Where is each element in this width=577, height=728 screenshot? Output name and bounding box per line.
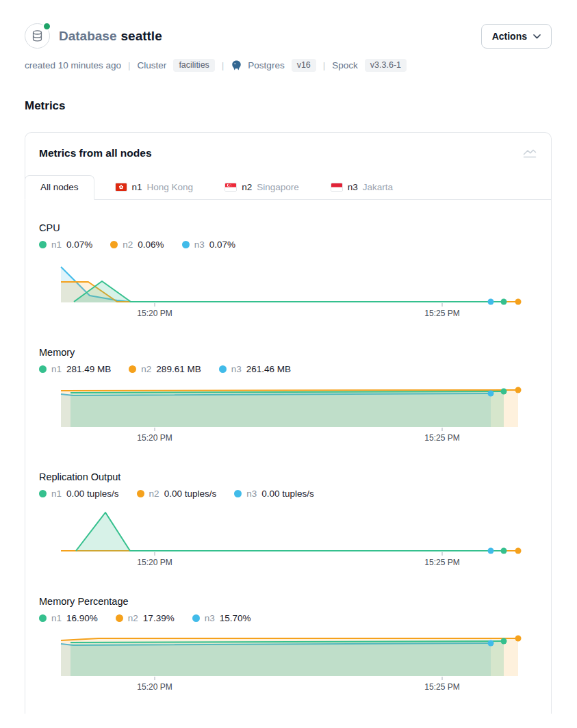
metrics-heading: Metrics bbox=[25, 99, 552, 113]
database-meta-row: created 10 minutes ago | Cluster facilit… bbox=[25, 59, 552, 72]
legend-dot-icon bbox=[182, 241, 190, 248]
legend-value: 0.06% bbox=[138, 239, 164, 250]
tab-label: All nodes bbox=[40, 182, 79, 192]
legend-item-n2: n2289.61 MB bbox=[129, 364, 201, 374]
legend-dot-icon bbox=[192, 614, 200, 622]
metrics-card-title: Metrics from all nodes bbox=[39, 147, 152, 159]
legend-item-n1: n1281.49 MB bbox=[39, 364, 111, 374]
status-dot bbox=[42, 22, 51, 31]
metrics-card-header: Metrics from all nodes bbox=[25, 133, 551, 171]
legend-value: 0.00 tuples/s bbox=[164, 489, 217, 499]
indonesia-flag-icon bbox=[331, 183, 343, 192]
x-axis-tick-label: 15:25 PM bbox=[424, 433, 459, 443]
x-axis-tick-label: 15:25 PM bbox=[424, 558, 459, 567]
legend-value: 15.70% bbox=[220, 613, 251, 623]
cluster-badge: facilities bbox=[173, 59, 214, 72]
x-axis-tick-label: 15:20 PM bbox=[137, 309, 172, 318]
chart-plot-cpu[interactable]: 15:20 PM15:25 PM bbox=[39, 261, 537, 324]
chart-plot-memory[interactable]: 15:20 PM15:25 PM bbox=[39, 386, 537, 449]
tab-node-location: Jakarta bbox=[363, 182, 393, 192]
legend-dot-icon bbox=[39, 241, 47, 248]
legend-dot-icon bbox=[137, 490, 144, 497]
x-axis-tick-label: 15:20 PM bbox=[137, 558, 172, 567]
legend-node-label: n2 bbox=[128, 613, 138, 623]
page-title: Databaseseattle bbox=[59, 29, 162, 44]
hong-kong-flag-icon bbox=[115, 183, 127, 192]
database-name: seattle bbox=[121, 29, 162, 43]
charts-container: CPUn10.07%n20.06%n30.07%15:20 PM15:25 PM… bbox=[25, 222, 551, 698]
singapore-flag-icon bbox=[225, 183, 237, 192]
legend-value: 0.00 tuples/s bbox=[66, 489, 119, 499]
legend-node-label: n3 bbox=[246, 489, 257, 499]
legend-value: 16.90% bbox=[66, 613, 98, 623]
legend-node-label: n1 bbox=[51, 239, 62, 250]
entity-type-label: Database bbox=[59, 29, 117, 43]
chevron-down-icon bbox=[533, 34, 541, 39]
legend-node-label: n3 bbox=[231, 364, 242, 374]
meta-separator: | bbox=[128, 60, 131, 70]
legend-node-label: n1 bbox=[51, 489, 62, 499]
legend-item-n2: n217.39% bbox=[116, 613, 175, 623]
legend-item-n3: n3261.46 MB bbox=[219, 364, 291, 374]
legend-value: 289.61 MB bbox=[156, 364, 201, 374]
metrics-card: Metrics from all nodes All nodesn1Hong K… bbox=[25, 132, 552, 714]
legend-node-label: n2 bbox=[123, 239, 133, 250]
legend-item-n3: n30.00 tuples/s bbox=[234, 489, 314, 499]
tab-n1[interactable]: n1Hong Kong bbox=[104, 176, 205, 199]
legend-item-n1: n10.00 tuples/s bbox=[39, 489, 119, 499]
spock-label: Spock bbox=[332, 60, 358, 70]
node-tabbar: All nodesn1Hong Kongn2Singaporen3Jakarta bbox=[25, 175, 551, 200]
postgres-version-badge: v16 bbox=[292, 59, 316, 72]
tab-n3[interactable]: n3Jakarta bbox=[320, 176, 404, 199]
tab-node-id: n3 bbox=[348, 182, 358, 192]
chart-section-cpu: CPUn10.07%n20.06%n30.07%15:20 PM15:25 PM bbox=[25, 222, 551, 324]
legend-node-label: n2 bbox=[141, 364, 151, 374]
legend-value: 0.07% bbox=[209, 239, 235, 250]
chart-section-replication-output: Replication Outputn10.00 tuples/sn20.00 … bbox=[25, 471, 551, 573]
tab-node-location: Hong Kong bbox=[147, 182, 194, 192]
database-avatar bbox=[25, 23, 50, 49]
legend-dot-icon bbox=[39, 490, 47, 497]
legend-item-n2: n20.00 tuples/s bbox=[137, 489, 217, 499]
chart-title-memory: Memory bbox=[39, 347, 537, 358]
legend-item-n1: n116.90% bbox=[39, 613, 98, 623]
x-axis-tick bbox=[442, 303, 443, 307]
chart-plot-replication-output[interactable]: 15:20 PM15:25 PM bbox=[39, 510, 537, 573]
x-axis-tick bbox=[442, 677, 443, 680]
legend-value: 261.46 MB bbox=[246, 364, 291, 374]
legend-item-n2: n20.06% bbox=[110, 239, 164, 250]
postgres-label: Postgres bbox=[248, 60, 284, 70]
legend-dot-icon bbox=[116, 614, 123, 622]
chart-plot-memory-percentage[interactable]: 15:20 PM15:25 PM bbox=[39, 635, 537, 698]
x-axis-tick bbox=[155, 428, 155, 431]
meta-separator: | bbox=[323, 60, 326, 70]
cluster-label: Cluster bbox=[138, 60, 167, 70]
legend-dot-icon bbox=[39, 614, 47, 622]
legend-value: 0.07% bbox=[66, 239, 92, 250]
actions-button[interactable]: Actions bbox=[481, 24, 552, 49]
database-detail-page: Databaseseattle Actions created 10 minut… bbox=[0, 0, 577, 714]
chart-legend: n1281.49 MBn2289.61 MBn3261.46 MB bbox=[39, 364, 537, 374]
tab-all-nodes[interactable]: All nodes bbox=[25, 175, 94, 200]
spock-version-badge: v3.3.6-1 bbox=[365, 59, 407, 72]
tab-n2[interactable]: n2Singapore bbox=[214, 176, 310, 199]
postgres-icon bbox=[231, 60, 242, 71]
chart-legend: n10.00 tuples/sn20.00 tuples/sn30.00 tup… bbox=[39, 489, 537, 499]
tab-node-id: n1 bbox=[132, 182, 142, 192]
chart-section-memory: Memoryn1281.49 MBn2289.61 MBn3261.46 MB1… bbox=[25, 347, 551, 449]
legend-dot-icon bbox=[129, 365, 136, 373]
legend-value: 17.39% bbox=[143, 613, 175, 623]
chart-legend: n116.90%n217.39%n315.70% bbox=[39, 613, 537, 623]
x-axis-tick-label: 15:25 PM bbox=[424, 309, 459, 318]
legend-node-label: n2 bbox=[149, 489, 159, 499]
legend-dot-icon bbox=[234, 490, 242, 497]
x-axis-tick bbox=[155, 552, 155, 556]
legend-value: 0.00 tuples/s bbox=[261, 489, 314, 499]
chart-title-replication-output: Replication Output bbox=[39, 471, 537, 482]
x-axis-tick bbox=[442, 552, 443, 556]
chart-legend: n10.07%n20.06%n30.07% bbox=[39, 239, 537, 250]
x-axis-tick bbox=[155, 303, 155, 307]
legend-dot-icon bbox=[219, 365, 227, 373]
page-header: Databaseseattle Actions bbox=[25, 23, 552, 49]
legend-node-label: n1 bbox=[51, 613, 62, 623]
